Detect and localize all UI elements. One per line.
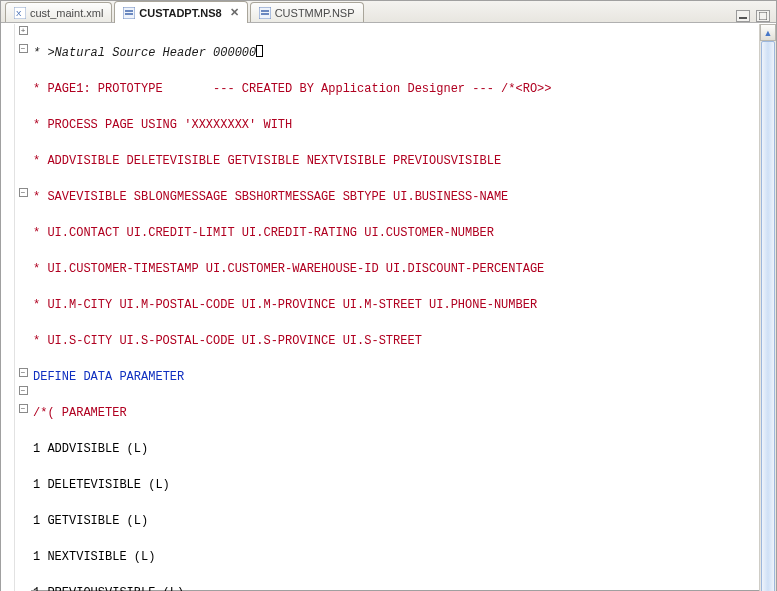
svg-rect-3: [125, 10, 133, 12]
tab-custmmp-nsp[interactable]: CUSTMMP.NSP: [250, 2, 364, 22]
maximize-button[interactable]: [756, 10, 770, 22]
natural-file-icon: [259, 7, 271, 19]
xml-file-icon: X: [14, 7, 26, 19]
text-cursor: [256, 45, 263, 57]
tab-label: CUSTADPT.NS8: [139, 7, 221, 19]
fold-toggle[interactable]: −: [19, 188, 28, 197]
scroll-up-arrow-icon[interactable]: ▲: [760, 24, 776, 41]
svg-rect-8: [739, 17, 747, 19]
editor-window-controls: [736, 10, 776, 22]
fold-toggle[interactable]: −: [19, 44, 28, 53]
fold-gutter: + − − − − −: [15, 24, 31, 591]
minimize-button[interactable]: [736, 10, 750, 22]
svg-text:X: X: [16, 9, 22, 18]
fold-toggle[interactable]: −: [19, 368, 28, 377]
svg-rect-6: [261, 10, 269, 12]
code-area[interactable]: * >Natural Source Header 000000 * PAGE1:…: [31, 24, 759, 591]
scroll-thumb[interactable]: [761, 41, 775, 591]
tab-label: cust_maint.xml: [30, 7, 103, 19]
fold-toggle[interactable]: −: [19, 386, 28, 395]
close-icon[interactable]: ✕: [230, 6, 239, 19]
svg-rect-9: [759, 12, 767, 20]
tab-label: CUSTMMP.NSP: [275, 7, 355, 19]
svg-rect-7: [261, 13, 269, 15]
fold-toggle[interactable]: −: [19, 404, 28, 413]
natural-file-icon: [123, 7, 135, 19]
svg-rect-4: [125, 13, 133, 15]
vertical-scrollbar[interactable]: ▲ ▼: [759, 24, 776, 591]
scroll-track[interactable]: [760, 41, 776, 591]
tab-custadpt-ns8[interactable]: CUSTADPT.NS8 ✕: [114, 1, 247, 23]
editor-frame: X cust_maint.xml CUSTADPT.NS8 ✕ CUSTMMP.…: [0, 0, 777, 591]
tab-bar: X cust_maint.xml CUSTADPT.NS8 ✕ CUSTMMP.…: [1, 1, 776, 23]
editor-content: + − − − − − * >Natural Source Header 000…: [1, 23, 776, 591]
left-ruler: [1, 24, 15, 591]
fold-toggle[interactable]: +: [19, 26, 28, 35]
tab-cust-maint-xml[interactable]: X cust_maint.xml: [5, 2, 112, 22]
